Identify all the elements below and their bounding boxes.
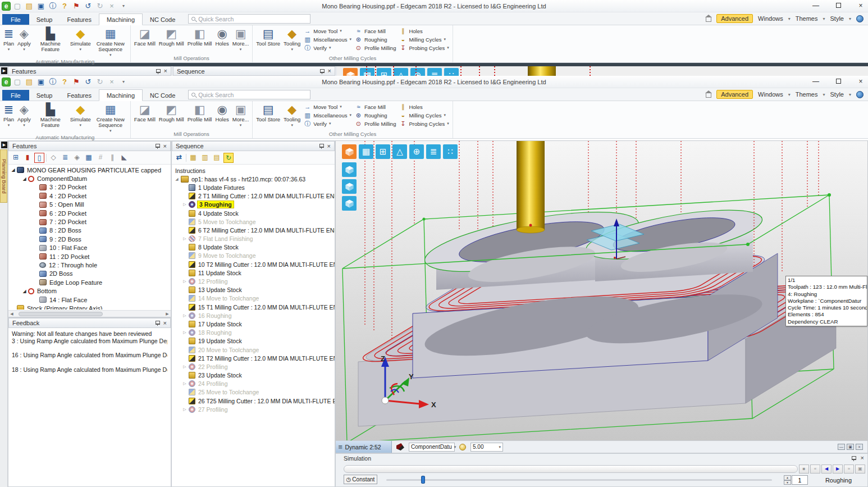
qat-more-icon[interactable]: ▾ bbox=[119, 2, 128, 11]
advanced-menu[interactable]: Advanced bbox=[716, 90, 753, 99]
feature-tree-item[interactable]: 3 : 2D Pocket bbox=[8, 183, 171, 192]
slider-thumb[interactable] bbox=[421, 476, 425, 484]
minimize-button[interactable]: — bbox=[812, 78, 820, 85]
pin-icon[interactable] bbox=[155, 320, 160, 326]
verify-button[interactable]: ⓘVerify▾ bbox=[304, 120, 351, 128]
feature-grid-icon[interactable]: ▦ bbox=[84, 153, 94, 163]
stamp-icon[interactable]: ⚑ bbox=[72, 78, 81, 87]
tooling-button[interactable]: ◆Tooling▾ bbox=[282, 26, 302, 55]
machine-store-icon[interactable]: ▤ bbox=[212, 153, 222, 163]
expand-icon[interactable]: ▷ bbox=[182, 407, 188, 412]
minimize-button[interactable]: — bbox=[812, 2, 820, 10]
close-icon[interactable]: × bbox=[328, 68, 331, 74]
face-mill-button[interactable]: ≈Face Mill bbox=[355, 27, 396, 35]
quick-search-input[interactable]: Quick Search bbox=[188, 14, 310, 24]
light-icon[interactable]: △ bbox=[392, 144, 407, 159]
undo-icon[interactable]: ↺ bbox=[84, 78, 93, 87]
pin-icon[interactable] bbox=[851, 456, 856, 461]
redo-icon[interactable]: ↻ bbox=[95, 78, 104, 87]
milling-cycles-button[interactable]: ◒Milling Cycles▾ bbox=[399, 111, 449, 119]
view-mode-chip[interactable]: ≣ Dynamic 2:52 bbox=[336, 441, 392, 453]
advanced-menu[interactable]: Advanced bbox=[716, 14, 753, 23]
machine-feature-button[interactable]: ▙Machine Feature bbox=[33, 26, 68, 58]
save-icon[interactable]: ▣ bbox=[36, 2, 45, 11]
apply-button[interactable]: ◈Apply▾ bbox=[16, 26, 33, 58]
redo-icon[interactable]: ↻ bbox=[95, 2, 104, 11]
sequence-item[interactable]: ▷7 Flat Land Finishing bbox=[172, 235, 335, 243]
expand-icon[interactable]: ▷ bbox=[182, 365, 188, 369]
roughing-button[interactable]: ⊛Roughing bbox=[355, 35, 396, 43]
sequence-op-item[interactable]: ◢op1: haas vf-4 ss - hrt210.mcp: 00:07:3… bbox=[172, 175, 335, 183]
list-view-icon[interactable]: ≣ bbox=[427, 68, 442, 76]
feature-column-icon[interactable]: ▮ bbox=[22, 153, 33, 163]
zoom-icon[interactable]: ⊕ bbox=[410, 68, 425, 76]
window-layout-icon[interactable]: ⊞ bbox=[376, 144, 390, 159]
machine-view-icon[interactable]: ▦ bbox=[359, 144, 373, 159]
feature-tree-item[interactable]: Edge Loop Feature bbox=[8, 278, 171, 286]
create-new-sequence-button[interactable]: ▦Create New Sequence▾ bbox=[93, 102, 129, 134]
tab-features[interactable]: Features bbox=[60, 90, 98, 101]
machine-view-icon[interactable]: ▦ bbox=[360, 68, 374, 76]
sequence-item[interactable]: ▷27 Profiling bbox=[172, 405, 335, 413]
help-globe-icon[interactable] bbox=[856, 15, 864, 22]
datum-display-icon[interactable]: ∷ bbox=[444, 68, 459, 76]
window-tile-icon[interactable]: ▣ bbox=[847, 444, 854, 450]
tab-features[interactable]: Features bbox=[60, 14, 98, 25]
sequence-item[interactable]: 9 Move to Toolchange bbox=[172, 252, 335, 260]
constant-speed-button[interactable]: ◷ Constant bbox=[344, 475, 377, 484]
shading-mode-icon[interactable] bbox=[343, 68, 358, 76]
windows-menu[interactable]: Windows bbox=[758, 15, 783, 22]
tab-nc-code[interactable]: NC Code bbox=[143, 14, 182, 25]
stamp-icon[interactable]: ⚑ bbox=[72, 2, 81, 11]
skip-start-button[interactable]: « bbox=[810, 465, 820, 474]
feature-apply-icon[interactable]: ◈ bbox=[72, 153, 82, 163]
rough-mill-button[interactable]: ◩Rough Mill bbox=[157, 102, 186, 131]
roughing-button[interactable]: ⊛Roughing bbox=[355, 111, 396, 119]
sequence-item[interactable]: 5 Move to Toolchange bbox=[172, 217, 335, 226]
tooling-button[interactable]: ◆Tooling▾ bbox=[282, 102, 302, 131]
feature-tree-item[interactable]: 5 : Open Mill bbox=[8, 201, 171, 209]
close-icon[interactable]: × bbox=[163, 320, 167, 326]
sequence-item[interactable]: 17 Update Stock bbox=[172, 320, 335, 328]
move-tool-button[interactable]: →Move Tool▾ bbox=[304, 103, 351, 111]
new-document-icon[interactable]: ▢ bbox=[13, 2, 22, 11]
sequence-item[interactable]: 26 T25 Milling Cutter : 12.0 MM DIA MULT… bbox=[172, 397, 335, 405]
sequence-item[interactable]: 6 T2 Milling Cutter : 12.0 MM DIA MULTI-… bbox=[172, 226, 335, 234]
expand-icon[interactable]: ▷ bbox=[182, 381, 188, 386]
feature-delete-icon[interactable]: ▯ bbox=[34, 153, 44, 163]
open-file-icon[interactable]: ▤ bbox=[25, 2, 34, 11]
verify-button[interactable]: ⓘVerify▾ bbox=[304, 44, 351, 52]
feature-find-icon[interactable]: ⊞ bbox=[11, 153, 21, 163]
stop-button[interactable]: ■ bbox=[799, 465, 809, 474]
tab-setup[interactable]: Setup bbox=[29, 14, 60, 25]
feature-tree-item[interactable]: 7 : 2D Pocket bbox=[8, 217, 171, 226]
play-forward-button[interactable]: ▶ bbox=[833, 465, 843, 474]
face-mill-button[interactable]: ◪Face Mill bbox=[133, 102, 157, 131]
machine-setup-icon[interactable]: ▦ bbox=[188, 153, 198, 163]
sequence-item[interactable]: ▷18 Roughing bbox=[172, 329, 335, 337]
apply-button[interactable]: ◈Apply▾ bbox=[16, 102, 33, 134]
features-hscrollbar[interactable]: ◀ ▶ bbox=[8, 310, 171, 317]
save-icon[interactable]: ▣ bbox=[36, 78, 45, 87]
sequence-root[interactable]: Instructions bbox=[172, 166, 335, 175]
step-value[interactable]: 1 bbox=[792, 475, 808, 485]
profile-mill-button[interactable]: ◧Profile Mill bbox=[186, 102, 214, 131]
delete-icon[interactable]: × bbox=[107, 2, 116, 11]
plan-button[interactable]: ≣Plan▾ bbox=[2, 26, 16, 58]
themes-menu[interactable]: Themes bbox=[796, 91, 818, 98]
expand-icon[interactable]: ◢ bbox=[11, 167, 16, 172]
tab-setup[interactable]: Setup bbox=[29, 90, 60, 101]
help-icon[interactable]: ? bbox=[60, 78, 69, 87]
window-close-icon[interactable]: × bbox=[856, 444, 863, 450]
feature-tree-item[interactable]: 2D Boss bbox=[8, 270, 171, 278]
machine-feature-button[interactable]: ▙Machine Feature bbox=[33, 102, 68, 134]
more-button[interactable]: ▣More...▾ bbox=[231, 102, 251, 131]
plan-button[interactable]: ≣Plan▾ bbox=[2, 102, 16, 134]
feature-tree-item[interactable]: 14 : Flat Face bbox=[8, 295, 171, 304]
probing-cycles-button[interactable]: ↧Probing Cycles▾ bbox=[399, 44, 449, 52]
feature-tree-item[interactable]: ◢ComponentDatum bbox=[8, 174, 171, 183]
close-icon[interactable]: × bbox=[163, 143, 167, 149]
sequence-item[interactable]: ▷16 Roughing bbox=[172, 311, 335, 320]
sequence-item[interactable]: 15 T1 Milling Cutter : 12.0 MM DIA MULTI… bbox=[172, 303, 335, 311]
expand-icon[interactable]: ▷ bbox=[182, 313, 188, 318]
